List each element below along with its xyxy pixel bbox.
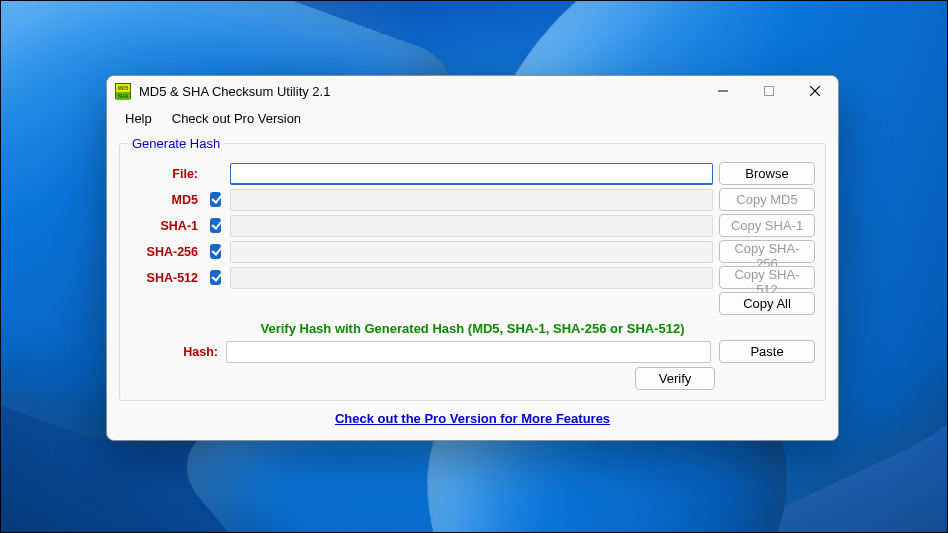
md5-row: MD5 Copy MD5 <box>130 188 815 211</box>
file-input[interactable] <box>230 163 713 185</box>
hash-input[interactable] <box>226 341 711 363</box>
copy-sha1-button[interactable]: Copy SHA-1 <box>719 214 815 237</box>
close-button[interactable] <box>792 76 838 106</box>
sha512-label: SHA-512 <box>130 271 200 285</box>
md5-label: MD5 <box>130 193 200 207</box>
menubar: Help Check out Pro Version <box>107 106 838 134</box>
pro-version-link[interactable]: Check out the Pro Version for More Featu… <box>335 411 610 426</box>
copy-sha256-button[interactable]: Copy SHA-256 <box>719 240 815 263</box>
md5-checkbox[interactable] <box>210 192 221 207</box>
sha512-output[interactable] <box>230 267 713 289</box>
titlebar[interactable]: MD5 SHA MD5 & SHA Checksum Utility 2.1 <box>107 76 838 106</box>
pro-link-row: Check out the Pro Version for More Featu… <box>119 411 826 426</box>
menu-pro-version[interactable]: Check out Pro Version <box>164 109 309 128</box>
copy-all-row: Copy All <box>130 292 815 315</box>
file-label: File: <box>130 167 200 181</box>
verify-row: Verify <box>130 367 815 390</box>
generate-hash-legend: Generate Hash <box>128 136 224 151</box>
sha1-row: SHA-1 Copy SHA-1 <box>130 214 815 237</box>
sha512-row: SHA-512 Copy SHA-512 <box>130 266 815 289</box>
md5-output[interactable] <box>230 189 713 211</box>
verify-button[interactable]: Verify <box>635 367 715 390</box>
app-icon-bottom: SHA <box>116 92 130 100</box>
sha1-output[interactable] <box>230 215 713 237</box>
app-window: MD5 SHA MD5 & SHA Checksum Utility 2.1 H… <box>106 75 839 441</box>
svg-rect-1 <box>765 87 774 96</box>
copy-sha512-button[interactable]: Copy SHA-512 <box>719 266 815 289</box>
hash-row: Hash: Paste <box>130 340 815 363</box>
copy-all-button[interactable]: Copy All <box>719 292 815 315</box>
window-title: MD5 & SHA Checksum Utility 2.1 <box>139 84 330 99</box>
menu-help[interactable]: Help <box>117 109 160 128</box>
file-row: File: Browse <box>130 162 815 185</box>
app-icon-top: MD5 <box>116 84 130 92</box>
sha256-label: SHA-256 <box>130 245 200 259</box>
sha512-checkbox[interactable] <box>210 270 221 285</box>
sha256-output[interactable] <box>230 241 713 263</box>
generate-hash-group: Generate Hash File: Browse MD5 Copy MD5 … <box>119 136 826 401</box>
maximize-button <box>746 76 792 106</box>
sha256-row: SHA-256 Copy SHA-256 <box>130 240 815 263</box>
app-icon: MD5 SHA <box>115 83 131 99</box>
paste-button[interactable]: Paste <box>719 340 815 363</box>
minimize-button[interactable] <box>700 76 746 106</box>
hash-label: Hash: <box>130 345 218 359</box>
verify-heading: Verify Hash with Generated Hash (MD5, SH… <box>130 321 815 336</box>
sha256-checkbox[interactable] <box>210 244 221 259</box>
sha1-label: SHA-1 <box>130 219 200 233</box>
sha1-checkbox[interactable] <box>210 218 221 233</box>
content-area: Generate Hash File: Browse MD5 Copy MD5 … <box>107 134 838 440</box>
copy-md5-button[interactable]: Copy MD5 <box>719 188 815 211</box>
browse-button[interactable]: Browse <box>719 162 815 185</box>
